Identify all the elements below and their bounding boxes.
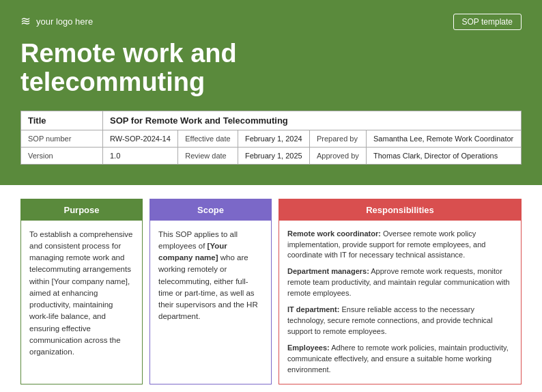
- scope-header: Scope: [150, 199, 271, 221]
- role-label: Department managers:: [287, 267, 369, 275]
- title-value: SOP for Remote Work and Telecommuting: [103, 111, 522, 130]
- title-label: Title: [21, 111, 103, 130]
- logo-text: your logo here: [36, 16, 93, 27]
- purpose-body: To establish a comprehensive and consist…: [21, 221, 142, 367]
- effective-date-label: Effective date: [178, 130, 238, 147]
- prepared-by-label: Prepared by: [310, 130, 367, 147]
- info-table: Title SOP for Remote Work and Telecommut…: [20, 111, 522, 165]
- version-label: Version: [21, 147, 103, 164]
- responsibilities-body: Remote work coordinator: Oversee remote …: [279, 221, 521, 384]
- role-label: IT department:: [287, 305, 339, 313]
- effective-date-value: February 1, 2024: [238, 130, 309, 147]
- approved-by-value: Thomas Clark, Director of Operations: [367, 147, 522, 164]
- prepared-by-value: Samantha Lee, Remote Work Coordinator: [367, 130, 522, 147]
- purpose-header: Purpose: [21, 199, 142, 221]
- responsibilities-card: Responsibilities Remote work coordinator…: [279, 199, 522, 384]
- purpose-card: Purpose To establish a comprehensive and…: [20, 199, 143, 384]
- list-item: IT department: Ensure reliable access to…: [287, 305, 513, 337]
- table-row: SOP number RW-SOP-2024-14 Effective date…: [21, 130, 522, 147]
- version-value: 1.0: [103, 147, 178, 164]
- hero-section: ≋ your logo here SOP template Remote wor…: [0, 0, 542, 185]
- bottom-section: Purpose To establish a comprehensive and…: [0, 185, 542, 392]
- sop-number-label: SOP number: [21, 130, 103, 147]
- list-item: Department managers: Approve remote work…: [287, 266, 513, 299]
- sop-number-value: RW-SOP-2024-14: [103, 130, 178, 147]
- scope-card: Scope This SOP applies to all employees …: [149, 199, 272, 384]
- role-label: Remote work coordinator:: [287, 229, 381, 238]
- list-item: Remote work coordinator: Oversee remote …: [287, 229, 513, 262]
- scope-company-name: [Your company name]: [158, 242, 227, 262]
- responsibilities-header: Responsibilities: [279, 199, 521, 221]
- table-row: Version 1.0 Review date February 1, 2025…: [21, 147, 522, 164]
- review-date-value: February 1, 2025: [238, 147, 309, 164]
- list-item: Employees: Adhere to remote work policie…: [287, 343, 513, 376]
- scope-body: This SOP applies to all employees of [Yo…: [150, 221, 271, 331]
- title-row: Title SOP for Remote Work and Telecommut…: [21, 111, 522, 130]
- role-label: Employees:: [287, 344, 330, 352]
- logo-icon: ≋: [20, 14, 31, 29]
- approved-by-label: Approved by: [310, 147, 367, 164]
- sop-badge: SOP template: [453, 14, 522, 30]
- logo-area: ≋ your logo here: [20, 14, 522, 29]
- review-date-label: Review date: [178, 147, 238, 164]
- hero-title: Remote work and telecommuting: [20, 40, 522, 97]
